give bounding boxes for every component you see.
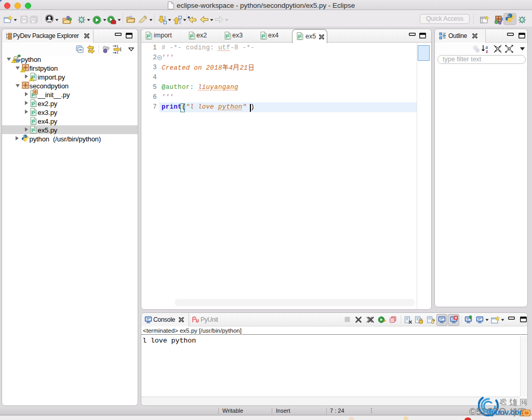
svg-text:z: z (486, 48, 488, 54)
svg-text:J: J (500, 17, 503, 22)
